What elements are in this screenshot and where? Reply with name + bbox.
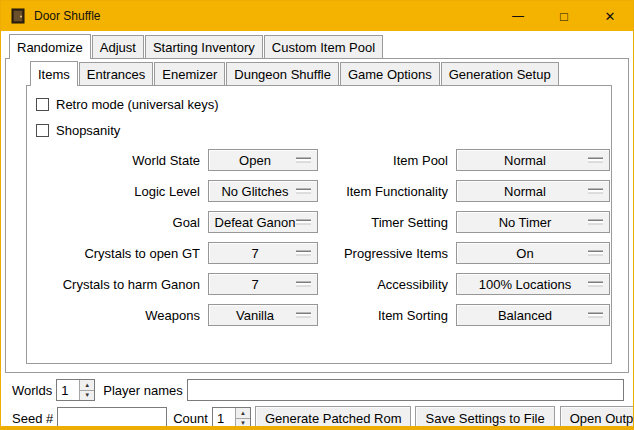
item-sorting-label: Item Sorting (326, 308, 448, 323)
retro-mode-label: Retro mode (universal keys) (56, 97, 219, 112)
tab-dungeon-shuffle[interactable]: Dungeon Shuffle (226, 62, 339, 85)
window-title: Door Shuffle (34, 9, 101, 23)
count-label: Count (173, 411, 208, 426)
spin-down-icon[interactable]: ▼ (79, 391, 94, 401)
goal-dropdown[interactable]: Defeat Ganon (208, 211, 318, 233)
item-sorting-dropdown[interactable]: Balanced (456, 304, 610, 326)
item-functionality-label: Item Functionality (326, 184, 448, 199)
tab-items[interactable]: Items (30, 61, 78, 86)
checkbox-icon[interactable] (36, 124, 49, 137)
save-settings-button[interactable]: Save Settings to File (415, 406, 554, 430)
accessibility-label: Accessibility (326, 277, 448, 292)
crystals-gt-dropdown[interactable]: 7 (208, 242, 318, 264)
weapons-dropdown[interactable]: Vanilla (208, 304, 318, 326)
item-pool-dropdown[interactable]: Normal (456, 149, 610, 171)
tab-starting-inventory[interactable]: Starting Inventory (145, 35, 263, 58)
world-state-dropdown[interactable]: Open (208, 149, 318, 171)
logic-level-dropdown[interactable]: No Glitches (208, 180, 318, 202)
dropdown-indicator-icon (588, 313, 603, 318)
dropdown-value: Open (239, 153, 271, 168)
retro-mode-checkbox[interactable]: Retro mode (universal keys) (36, 97, 608, 112)
generate-patched-rom-button[interactable]: Generate Patched Rom (255, 406, 412, 430)
dropdown-value: Defeat Ganon (215, 215, 296, 230)
stepper-buttons: ▲ ▼ (79, 380, 94, 400)
dropdown-indicator-icon (588, 220, 603, 225)
progressive-items-dropdown[interactable]: On (456, 242, 610, 264)
stepper-buttons: ▲ ▼ (235, 408, 250, 428)
secondary-tab-bar: Items Entrances Enemizer Dungeon Shuffle… (30, 61, 612, 85)
world-state-label: World State (30, 153, 200, 168)
seed-input[interactable] (57, 407, 167, 429)
minimize-icon: — (512, 9, 524, 23)
goal-label: Goal (30, 215, 200, 230)
tab-generation-setup[interactable]: Generation Setup (441, 62, 559, 85)
shopsanity-label: Shopsanity (56, 123, 120, 138)
dropdown-value: Normal (504, 184, 546, 199)
dropdown-value: No Timer (499, 215, 552, 230)
spin-up-icon[interactable]: ▲ (79, 380, 94, 391)
dropdown-value: Balanced (498, 308, 552, 323)
item-pool-label: Item Pool (326, 153, 448, 168)
dropdown-value: Normal (504, 153, 546, 168)
dropdown-indicator-icon (588, 251, 603, 256)
tab-enemizer[interactable]: Enemizer (154, 62, 225, 85)
logic-level-label: Logic Level (30, 184, 200, 199)
close-button[interactable]: ✕ (587, 1, 633, 31)
close-icon: ✕ (605, 9, 616, 24)
randomize-pane: Items Entrances Enemizer Dungeon Shuffle… (5, 58, 629, 373)
spin-down-icon[interactable]: ▼ (235, 419, 250, 429)
primary-tab-bar: Randomize Adjust Starting Inventory Cust… (9, 34, 629, 58)
options-form: World State Open Item Pool Normal Logic … (30, 149, 608, 326)
dropdown-indicator-icon (296, 251, 311, 256)
spin-up-icon[interactable]: ▲ (235, 408, 250, 419)
checkbox-icon[interactable] (36, 98, 49, 111)
crystals-ganon-dropdown[interactable]: 7 (208, 273, 318, 295)
weapons-label: Weapons (30, 308, 200, 323)
dropdown-value: On (516, 246, 533, 261)
titlebar: Door Shuffle — □ ✕ (1, 1, 633, 31)
tab-entrances[interactable]: Entrances (79, 62, 154, 85)
dropdown-value: No Glitches (221, 184, 288, 199)
worlds-stepper: ▲ ▼ (56, 379, 95, 401)
minimize-button[interactable]: — (495, 1, 541, 31)
dropdown-value: 7 (251, 246, 258, 261)
timer-setting-label: Timer Setting (326, 215, 448, 230)
tab-adjust[interactable]: Adjust (92, 35, 144, 58)
window-controls: — □ ✕ (495, 1, 633, 31)
dropdown-value: 7 (251, 277, 258, 292)
timer-setting-dropdown[interactable]: No Timer (456, 211, 610, 233)
bottom-controls: Worlds ▲ ▼ Player names Seed # Count (5, 373, 629, 430)
player-names-label: Player names (103, 383, 182, 398)
dropdown-indicator-icon (296, 220, 311, 225)
worlds-input[interactable] (57, 380, 79, 400)
items-pane: Retro mode (universal keys) Shopsanity W… (26, 85, 612, 364)
dropdown-indicator-icon (296, 158, 311, 163)
dropdown-indicator-icon (296, 282, 311, 287)
seed-row: Seed # Count ▲ ▼ Generate Patched Rom Sa… (12, 406, 624, 430)
worlds-row: Worlds ▲ ▼ Player names (12, 379, 624, 401)
dropdown-indicator-icon (588, 158, 603, 163)
tab-game-options[interactable]: Game Options (340, 62, 440, 85)
item-functionality-dropdown[interactable]: Normal (456, 180, 610, 202)
dropdown-value: 100% Locations (479, 277, 572, 292)
worlds-label: Worlds (12, 383, 52, 398)
shopsanity-checkbox[interactable]: Shopsanity (36, 123, 608, 138)
count-input[interactable] (213, 408, 235, 428)
app-window: Door Shuffle — □ ✕ Randomize Adjust Star… (0, 0, 634, 430)
output-buttons: Save Settings to File Open Output Direct… (415, 406, 634, 430)
dropdown-indicator-icon (588, 189, 603, 194)
tab-custom-item-pool[interactable]: Custom Item Pool (264, 35, 383, 58)
dropdown-value: Vanilla (236, 308, 274, 323)
maximize-button[interactable]: □ (541, 1, 587, 31)
tab-randomize[interactable]: Randomize (9, 34, 91, 59)
dropdown-indicator-icon (296, 313, 311, 318)
maximize-icon: □ (560, 9, 568, 24)
count-stepper: ▲ ▼ (212, 407, 251, 429)
progressive-items-label: Progressive Items (326, 246, 448, 261)
crystals-ganon-label: Crystals to harm Ganon (30, 277, 200, 292)
open-output-directory-button[interactable]: Open Output Directory (560, 406, 634, 430)
accessibility-dropdown[interactable]: 100% Locations (456, 273, 610, 295)
player-names-input[interactable] (187, 379, 624, 401)
dropdown-indicator-icon (588, 282, 603, 287)
dropdown-indicator-icon (296, 189, 311, 194)
